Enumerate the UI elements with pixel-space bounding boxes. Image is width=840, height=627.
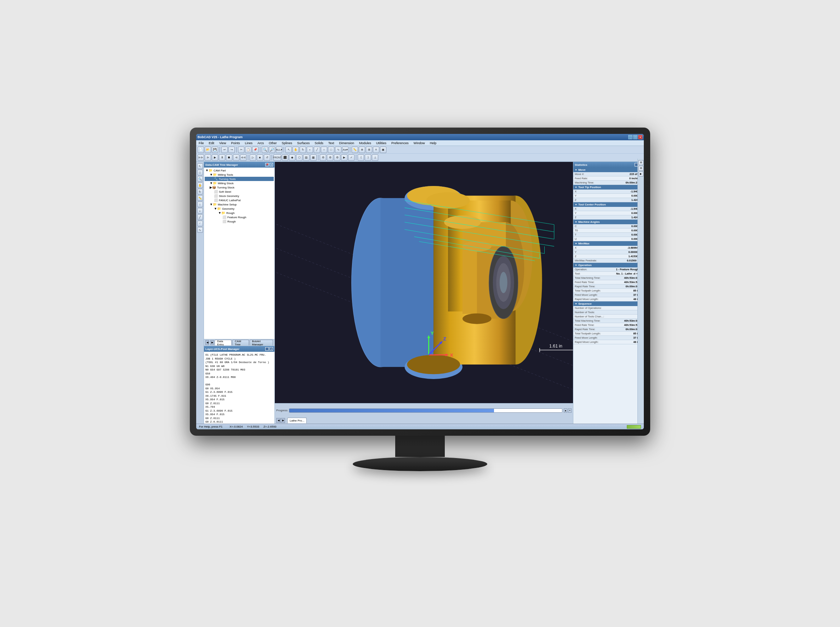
tb-zoom-out[interactable]: 🔎 (269, 147, 275, 153)
tree-item-cam-part[interactable]: ▼📁 CAM Part (204, 168, 274, 173)
tree-nav-right[interactable]: ▶ (210, 340, 214, 345)
tb-lathe-1[interactable]: ⟨ (358, 154, 364, 161)
tb-cam-7[interactable]: ⊲⊲ (240, 154, 247, 161)
nav-pt[interactable]: • (197, 208, 203, 214)
tree-panel-pin[interactable]: 📌 (265, 163, 269, 167)
tb-select[interactable]: ↖ (285, 147, 292, 153)
tb-view-3d[interactable]: ⬛ (282, 154, 288, 161)
tb-cam-op1[interactable]: ⚙ (320, 154, 326, 161)
tb-view-front[interactable]: FRONT (274, 154, 281, 161)
stats-section-tool-center[interactable]: Tool Center Position (573, 202, 644, 207)
stats-pin[interactable] (635, 163, 638, 167)
stats-section-operation[interactable]: Operation (573, 263, 644, 268)
tb-sim-start[interactable]: ▷ (250, 154, 256, 161)
tree-item-rough[interactable]: ▼📁 Rough (204, 211, 274, 215)
menu-other[interactable]: Other (268, 141, 278, 145)
tb-new[interactable]: 📄 (198, 147, 204, 153)
minimize-button[interactable]: _ (628, 135, 632, 139)
nav-pan[interactable]: ✋ (197, 183, 203, 188)
tb-measure[interactable]: 📏 (352, 147, 358, 153)
stats-section-move[interactable]: Move (573, 167, 644, 172)
tb-view-shade[interactable]: ▨ (303, 154, 310, 161)
menu-file[interactable]: File (198, 141, 205, 145)
tb-undo[interactable]: ↩ (221, 147, 228, 153)
tb-rotate[interactable]: ↻ (300, 147, 306, 153)
tb-circle[interactable]: ○ (321, 147, 327, 153)
tb-render[interactable]: ▣ (380, 147, 386, 153)
menu-text[interactable]: Text (327, 141, 335, 145)
menu-utilities[interactable]: Utilities (375, 141, 387, 145)
tree-item-geometry[interactable]: ▼📁 Geometry (204, 206, 274, 211)
tab-lathe-program[interactable]: Lathe Pro... (287, 417, 307, 423)
tb-cam-3[interactable]: ▶ (212, 154, 218, 161)
tb-sim-loop[interactable]: ↺ (264, 154, 270, 161)
tab-bobarts[interactable]: BobArt Manager (250, 340, 274, 345)
menu-modules[interactable]: Modules (358, 141, 372, 145)
stats-section-minmax[interactable]: Min/Max (573, 241, 644, 246)
tree-item-fanuc[interactable]: ⬜ FANUC LathePat (204, 198, 274, 202)
tb-redo[interactable]: ↪ (228, 147, 235, 153)
tree-item-milling-tools[interactable]: ▼📁 Milling Tools (204, 173, 274, 177)
viewport-3d[interactable]: X Y Z (275, 162, 573, 403)
tb-zoom-in[interactable]: 🔍 (262, 147, 268, 153)
code-content[interactable]: O1 (FILE LATHE PROGRAM.NC SL25-MC FRU. J… (204, 352, 274, 424)
menu-arcs[interactable]: Arcs (256, 141, 265, 145)
right-tool-1[interactable]: ⚙ (639, 162, 643, 165)
tb-cam-2[interactable]: ⊳ (204, 154, 211, 161)
tb-snap[interactable]: ⊕ (359, 147, 365, 153)
tree-item-stock-geometry[interactable]: ⬜ Stock Geometry (204, 194, 274, 198)
stats-section-angles[interactable]: Machine Angles (573, 220, 644, 224)
tb-view-wire[interactable]: ⬡ (296, 154, 302, 161)
menu-surfaces[interactable]: Surfaces (296, 141, 311, 145)
tree-item-turning-stock[interactable]: ▶📦 Turning Stock (204, 185, 274, 189)
nav-rotate[interactable]: ↻ (197, 189, 203, 194)
nav-dim[interactable]: ↕ (197, 202, 203, 207)
tb-cut[interactable]: ✂ (238, 147, 244, 153)
menu-splines[interactable]: Splines (280, 141, 293, 145)
tb-paste[interactable]: 📌 (252, 147, 258, 153)
tb-cam-op3[interactable]: ⚙ (334, 154, 340, 161)
tree-item-rough2[interactable]: ⬜ Rough (204, 219, 274, 224)
menu-edit[interactable]: Edit (208, 141, 216, 145)
tb-open[interactable]: 📂 (204, 147, 211, 153)
code-panel-pin[interactable] (265, 347, 269, 351)
progress-expand[interactable]: ▲ (564, 408, 567, 413)
tb-save[interactable]: 💾 (212, 147, 218, 153)
viewport-nav-left[interactable]: ◀ (276, 418, 280, 423)
tb-copy[interactable]: 📋 (245, 147, 252, 153)
nav-measure[interactable]: 📏 (197, 195, 203, 201)
tb-cam-4[interactable]: ⏸ (219, 154, 225, 161)
menu-help[interactable]: Help (429, 141, 438, 145)
tb-sim-stop[interactable]: ■ (257, 154, 263, 161)
tree-view[interactable]: ▼📁 CAM Part ▼📁 Milling Tools 🔧 (204, 167, 274, 339)
nav-select[interactable]: ↖ (197, 163, 203, 169)
tb-point[interactable]: • (307, 147, 313, 153)
close-button[interactable]: × (638, 135, 642, 139)
tb-spline[interactable]: ∿ (335, 147, 341, 153)
tb-layer[interactable]: ≡ (373, 147, 379, 153)
tb-line[interactable]: ╱ (314, 147, 320, 153)
tb-cam-6[interactable]: ⊲ (233, 154, 239, 161)
nav-zoom[interactable]: 🔍 (197, 176, 203, 182)
tb-cam-verify[interactable]: ✓ (348, 154, 354, 161)
tb-cam-5[interactable]: ⏹ (226, 154, 232, 161)
right-tool-2[interactable]: ⚙ (639, 166, 643, 171)
tb-zoom-all[interactable]: ALL▾ (276, 147, 282, 153)
stats-section-sequence[interactable]: Sequence (573, 301, 644, 306)
tb-view-solid[interactable]: ▩ (310, 154, 316, 161)
tb-pan[interactable]: ✋ (293, 147, 299, 153)
menu-points[interactable]: Points (230, 141, 241, 145)
tb-cam-1[interactable]: ⊳⊳ (198, 154, 204, 161)
nav-spline[interactable]: ∿ (197, 227, 203, 233)
right-tool-3[interactable]: ▶ (639, 172, 643, 176)
progress-close[interactable]: × (568, 408, 571, 413)
menu-lines[interactable]: Lines (244, 141, 253, 145)
maximize-button[interactable]: □ (633, 135, 637, 139)
tb-rect[interactable]: □ (328, 147, 334, 153)
tree-item-machine-setup[interactable]: ▼📁 Machine Setup (204, 202, 274, 206)
tree-panel-close[interactable]: × (269, 163, 273, 167)
tab-cam-tree[interactable]: CAM Tree (232, 340, 249, 345)
tb-font[interactable]: Aa▾ (342, 147, 348, 153)
tree-item-turning-tools[interactable]: 🔧 Turning Tools (204, 177, 274, 181)
tree-item-milling-stock[interactable]: ▼📁 Milling Stock (204, 181, 274, 185)
